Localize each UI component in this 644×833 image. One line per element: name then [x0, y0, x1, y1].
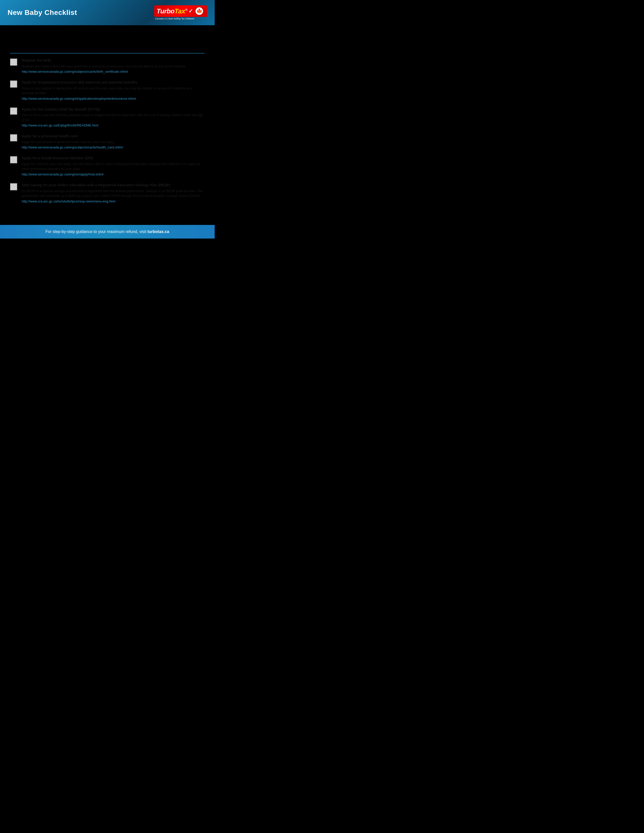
checkbox-2[interactable]: [10, 80, 17, 88]
turbotax-logo-text: TurboTax®: [156, 7, 187, 15]
item-content-2: Apply for Employment Insurance (EI) mate…: [22, 80, 204, 100]
item-title-6: Start saving for your child's education …: [22, 183, 204, 188]
checkbox-3[interactable]: [10, 108, 17, 114]
item-title-1: Register the birth: [22, 58, 204, 63]
maple-leaf-icon: 🍁: [195, 7, 204, 15]
content-area: Register the birth Register your baby's …: [0, 25, 215, 217]
item-content-4: Apply for a provincial health card Apply…: [22, 134, 204, 149]
item-content-1: Register the birth Register your baby's …: [22, 58, 204, 74]
section-divider: [10, 53, 204, 53]
turbotax-logo: TurboTax® ✓ 🍁 Canada's #1 Best-Selling T…: [154, 5, 207, 20]
checkbox-4[interactable]: [10, 134, 17, 142]
item-title-3: Apply for the Canada Child Tax Benefit (…: [22, 107, 204, 112]
item-desc-5: Apply for a SIN for your new baby. You w…: [22, 162, 204, 171]
item-desc-4: Apply for a provincial or territorial he…: [22, 140, 204, 145]
footer-link[interactable]: turbotax.ca: [148, 230, 169, 234]
checkbox-5[interactable]: [10, 156, 17, 163]
checkbox-1[interactable]: [10, 59, 17, 66]
item-link-6[interactable]: http://www.cra-arc.gc.ca/tx/ndvdls/tpcs/…: [22, 199, 204, 203]
item-title-5: Apply for a Social Insurance Number (SIN…: [22, 156, 204, 161]
item-link-2[interactable]: http://www.servicecanada.gc.ca/eng/ei/ap…: [22, 96, 204, 100]
item-content-5: Apply for a Social Insurance Number (SIN…: [22, 156, 204, 176]
checklist-item-4: Apply for a provincial health card Apply…: [10, 134, 204, 151]
page-header: New Baby Checklist TurboTax® ✓ 🍁 Canada'…: [0, 0, 215, 25]
intro-block: [10, 30, 204, 50]
item-content-3: Apply for the Canada Child Tax Benefit (…: [22, 107, 204, 127]
footer-text: For step-by-step guidance to your maximu…: [45, 230, 148, 234]
checklist-container: Register the birth Register your baby's …: [10, 58, 204, 205]
item-content-6: Start saving for your child's education …: [22, 183, 204, 203]
checklist-item-2: Apply for Employment Insurance (EI) mate…: [10, 80, 204, 102]
checklist-item-1: Register the birth Register your baby's …: [10, 58, 204, 75]
turbotax-tagline: Canada's #1 Best-Selling Tax Software: [154, 18, 194, 20]
page-footer: For step-by-step guidance to your maximu…: [0, 225, 215, 238]
logo-area: TurboTax® ✓ 🍁 Canada's #1 Best-Selling T…: [154, 5, 207, 20]
item-link-3[interactable]: http://www.cra-arc.gc.ca/E/pbg/tf/rc66/R…: [22, 124, 204, 127]
item-link-1[interactable]: http://www.servicecanada.gc.ca/eng/subje…: [22, 70, 204, 74]
item-title-4: Apply for a provincial health card: [22, 134, 204, 139]
item-desc-6: An RESP is a special savings account tha…: [22, 188, 204, 198]
item-desc-2: If you or your partner is taking time of…: [22, 86, 204, 96]
item-title-2: Apply for Employment Insurance (EI) mate…: [22, 80, 204, 85]
page-title: New Baby Checklist: [8, 9, 77, 17]
turbotax-logo-badge: TurboTax® ✓ 🍁: [154, 5, 207, 17]
checklist-item-5: Apply for a Social Insurance Number (SIN…: [10, 156, 204, 178]
item-desc-1: Register your baby's birth with your pro…: [22, 64, 204, 69]
item-desc-3: The CCTB is a tax-free monthly payment m…: [22, 113, 204, 122]
checkbox-6[interactable]: [10, 183, 17, 190]
item-link-4[interactable]: http://www.servicecanada.gc.ca/eng/subje…: [22, 145, 204, 149]
checklist-item-3: Apply for the Canada Child Tax Benefit (…: [10, 107, 204, 129]
item-link-5[interactable]: http://www.servicecanada.gc.ca/eng/sin/a…: [22, 172, 204, 176]
turbotax-checkmark-icon: ✓: [188, 8, 193, 14]
checklist-item-6: Start saving for your child's education …: [10, 183, 204, 205]
